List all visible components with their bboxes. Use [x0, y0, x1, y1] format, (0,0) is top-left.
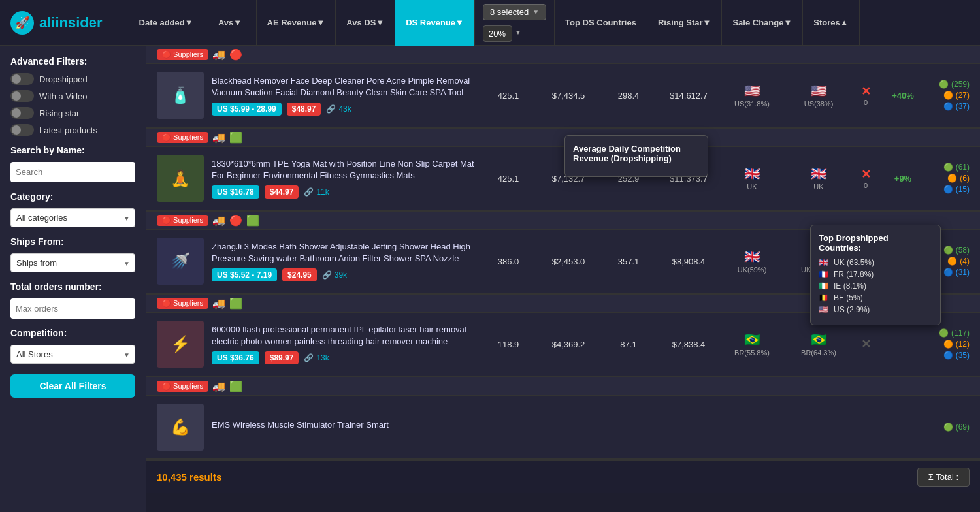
category-wrapper: All categories	[10, 208, 135, 227]
clear-filters-button[interactable]: Clear All Filters	[10, 374, 135, 398]
ships-from-select[interactable]: Ships from	[10, 253, 135, 272]
country2-pct: US(38%)	[804, 100, 834, 108]
max-orders-input[interactable]	[10, 300, 131, 317]
review-blue: 🔵 (35)	[943, 351, 970, 360]
sidebar: Advanced Filters: Dropshipped With a Vid…	[0, 46, 146, 512]
country2-pct: BR(64.3%)	[801, 349, 836, 357]
price-range: US $16.78	[212, 185, 259, 199]
ships-from-wrapper: Ships from	[10, 253, 135, 272]
toggle-rising-star[interactable]	[10, 107, 34, 119]
reviews: 🟢 (117) 🟠 (12) 🔵 (35)	[930, 328, 970, 360]
col-top-ds[interactable]: Top DS Countries	[555, 0, 647, 46]
country2-flag: 🇧🇷	[789, 332, 848, 347]
max-orders-row: 🔍	[10, 298, 135, 319]
category-select[interactable]: All categories	[10, 208, 135, 227]
search-icon-btn[interactable]: 🔍	[131, 162, 135, 182]
country1-pct: US(31.8%)	[734, 100, 770, 108]
country2: 🇧🇷 BR(64.3%)	[789, 332, 848, 357]
reviews: 🟢 (259) 🟠 (27) 🔵 (37)	[930, 80, 970, 111]
shipping-icon: 🚚	[212, 131, 225, 144]
filter-dropshipped[interactable]: Dropshipped	[10, 73, 135, 85]
product-title: Blackhead Remover Face Deep Cleaner Pore…	[212, 75, 474, 99]
search-box: 🔍	[10, 162, 135, 182]
selected-badge[interactable]: 8 selected ▼	[483, 4, 546, 20]
sale-change: +40%	[883, 91, 923, 101]
product-row-2: 🧘 1830*610*6mm TPE Yoga Mat with Positio…	[146, 147, 980, 210]
review-green: 🟢 (117)	[939, 328, 970, 338]
col-avs[interactable]: Avs▼	[204, 0, 257, 46]
product-thumbnail: 🧴	[157, 72, 204, 119]
filter-dropshipped-label: Dropshipped	[39, 74, 88, 84]
country1: 🇬🇧 UK	[723, 166, 781, 191]
product-title: ZhangJi 3 Modes Bath Shower Adjustable J…	[212, 241, 474, 264]
country1-pct: BR(55.8%)	[734, 349, 770, 357]
filter-rising-star-label: Rising star	[39, 108, 79, 118]
product-info: Blackhead Remover Face Deep Cleaner Pore…	[212, 75, 474, 116]
filter-latest[interactable]: Latest products	[10, 124, 135, 136]
product-info: 1830*610*6mm TPE Yoga Mat with Position …	[212, 158, 474, 199]
shipping-icon: 🚚	[212, 214, 225, 227]
video-icon: 🔴	[229, 48, 242, 61]
total-button[interactable]: Σ Total :	[917, 468, 970, 487]
competition-select[interactable]: All Stores	[10, 345, 135, 364]
stat-avs: 425.1	[482, 91, 534, 101]
filter-with-video[interactable]: With a Video	[10, 90, 135, 102]
search-input[interactable]	[10, 163, 131, 181]
col-sale-change[interactable]: Sale Change▼	[722, 0, 803, 46]
col-avs-ds[interactable]: Avs DS▼	[336, 0, 395, 46]
stat-ds-revenue: $8,908.4	[662, 257, 715, 266]
stat-avs: 425.1	[482, 174, 534, 184]
review-green: 🟢 (69)	[943, 423, 970, 432]
toggle-with-video[interactable]	[10, 90, 34, 102]
country1-pct: UK	[747, 183, 757, 191]
price-sale: $24.95	[282, 268, 317, 281]
total-orders-title: Total orders number:	[10, 281, 135, 292]
stat-avs-ds: 298.4	[602, 91, 655, 101]
x-btn[interactable]: ✕	[856, 337, 875, 351]
price-range: US $36.76	[212, 351, 259, 364]
product-top-bar: 🔴 Suppliers 🚚 🟩	[146, 377, 980, 396]
country1-flag: 🇺🇸	[723, 83, 781, 99]
product-thumbnail: ⚡	[157, 321, 204, 368]
x-btn[interactable]: ✕0	[856, 84, 875, 106]
stat-ds-revenue: $7,838.4	[662, 340, 715, 349]
col-ds-revenue[interactable]: DS Revenue▼	[395, 0, 475, 46]
stat-avs-ds: 357.1	[602, 257, 655, 266]
price-sale: $44.97	[265, 185, 299, 199]
col-ae-revenue[interactable]: AE Revenue▼	[257, 0, 336, 46]
x-btn[interactable]: ✕0	[856, 167, 875, 189]
percent-select[interactable]: 20% 10% 30%	[483, 25, 512, 42]
review-orange: 🟠 (12)	[943, 340, 970, 349]
max-orders-search-icon[interactable]: 🔍	[131, 298, 135, 319]
product-row-5: 💪 EMS Wireless Muscle Stimulator Trainer…	[146, 396, 980, 459]
country2-flag: 🇬🇧	[789, 166, 848, 182]
stat-avs: 118.9	[482, 340, 534, 349]
logo[interactable]: 🚀 aliinsider	[10, 11, 103, 35]
toggle-dropshipped[interactable]	[10, 73, 34, 85]
product-top-bar: 🔴 Suppliers 🚚 🟩	[146, 129, 980, 147]
product-price-row: US $36.76 $89.97 🔗 13k	[212, 351, 474, 364]
stat-ae-revenue: $4,369.2	[542, 340, 595, 349]
video-icon: 🟩	[229, 297, 242, 310]
chevron-down-icon: ▼	[532, 8, 539, 16]
country1: 🇬🇧 UK(59%)	[723, 249, 781, 274]
country1-flag: 🇧🇷	[723, 332, 781, 347]
category-title: Category:	[10, 191, 135, 202]
product-info: 600000 flash professional permanent IPL …	[212, 324, 474, 364]
filter-with-video-label: With a Video	[39, 91, 87, 101]
table-row: 🔴 Suppliers 🚚 🟩 🧘 1830*610*6mm TPE Yoga …	[146, 129, 980, 212]
col-date[interactable]: Date added▼	[129, 0, 204, 46]
price-range: US $5.99 - 28.99	[212, 103, 282, 116]
suppliers-badge: 🔴 Suppliers	[157, 132, 208, 143]
product-list: 🔴 Suppliers 🚚 🔴 🧴 Blackhead Remover Face…	[146, 46, 980, 512]
col-rising-star[interactable]: Rising Star▼	[647, 0, 723, 46]
selected-controls: 8 selected ▼ 20% 10% 30% ▼	[475, 0, 555, 46]
toggle-latest[interactable]	[10, 124, 34, 136]
price-sale: $48.97	[287, 103, 321, 116]
stat-avs: 386.0	[482, 257, 534, 266]
video-icon: 🟩	[229, 131, 242, 144]
tooltip-title: Average Daily Competition Revenue (Drops…	[573, 144, 700, 163]
col-stores[interactable]: Stores▲	[803, 0, 859, 46]
filter-rising-star[interactable]: Rising star	[10, 107, 135, 119]
country1: 🇺🇸 US(31.8%)	[723, 83, 781, 108]
